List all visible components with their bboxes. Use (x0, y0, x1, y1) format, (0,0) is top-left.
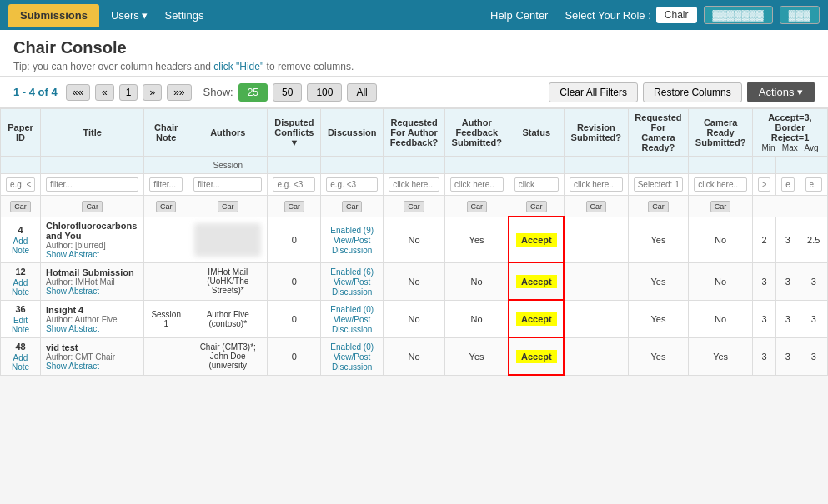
status-badge-12: Accept (516, 275, 557, 288)
col-author-feedback-submitted[interactable]: AuthorFeedbackSubmitted? (444, 109, 509, 157)
subh-camera-submitted (689, 157, 753, 174)
filter-avg[interactable] (805, 177, 822, 192)
show-25-button[interactable]: 25 (238, 83, 268, 102)
discussion-link-12[interactable]: Enabled (6)View/Post Discussion (330, 267, 374, 297)
add-note-12[interactable]: Add Note (6, 278, 35, 297)
restore-columns-button[interactable]: Restore Columns (643, 82, 742, 102)
cell-note-48 (144, 337, 188, 375)
col-title[interactable]: Title (41, 109, 144, 157)
help-center-link[interactable]: Help Center (490, 9, 548, 22)
car-btn-note[interactable]: Car (156, 201, 177, 212)
filter-revision[interactable] (570, 177, 623, 192)
subh-author-submitted (444, 157, 509, 174)
filter-chair-note[interactable] (149, 177, 183, 192)
users-nav-link[interactable]: Users ▾ (103, 4, 157, 27)
show-abstract-4[interactable]: Show Abstract (46, 250, 138, 259)
cell-revision-4 (564, 217, 628, 262)
cell-min-36: 3 (752, 300, 775, 337)
col-paper-id[interactable]: PaperID (1, 109, 41, 157)
car-btn-title[interactable]: Car (82, 201, 103, 212)
clear-filters-button[interactable]: Clear All Filters (549, 82, 638, 102)
filter-status[interactable] (514, 177, 559, 192)
filter-min[interactable] (758, 177, 770, 192)
col-discussion[interactable]: Discussion (321, 109, 384, 157)
cell-discussion-48: Enabled (0)View/Post Discussion (321, 337, 384, 375)
discussion-link-48[interactable]: Enabled (0)View/Post Discussion (330, 342, 374, 372)
role-button[interactable]: Chair (656, 7, 697, 23)
show-abstract-12[interactable]: Show Abstract (46, 287, 138, 296)
filter-discussion[interactable] (326, 177, 378, 192)
car-btn-authors[interactable]: Car (218, 201, 238, 212)
authors-blur-4 (194, 223, 261, 257)
hide-link[interactable]: click "Hide" (213, 61, 263, 72)
col-req-author-feedback[interactable]: RequestedFor AuthorFeedback? (384, 109, 445, 157)
car-btn-discussion[interactable]: Car (342, 201, 363, 212)
show-label: Show: (203, 86, 233, 98)
car-btn-author-sub[interactable]: Car (467, 201, 488, 212)
cell-author-sub-4: Yes (444, 217, 509, 262)
pagination-last[interactable]: »» (167, 84, 191, 101)
filter-max[interactable] (781, 177, 794, 192)
cell-req-camera-48: Yes (628, 337, 689, 375)
edit-note-36[interactable]: Edit Note (6, 316, 35, 334)
cell-disputed-4: 0 (268, 217, 321, 262)
role-section: Select Your Role : Chair (565, 7, 696, 23)
show-100-button[interactable]: 100 (307, 83, 342, 102)
col-status[interactable]: Status (509, 109, 564, 157)
show-abstract-36[interactable]: Show Abstract (46, 324, 138, 333)
cell-max-4: 3 (776, 217, 800, 262)
car-btn-revision[interactable]: Car (586, 201, 607, 212)
cell-req-camera-12: Yes (628, 262, 689, 300)
user-avatar-button[interactable]: ▓▓▓ (780, 6, 820, 24)
subh-authors: Session (188, 157, 268, 174)
car-btn-req-camera[interactable]: Car (648, 201, 669, 212)
cell-req-author-48: No (384, 337, 445, 375)
filter-disputed[interactable] (273, 177, 315, 192)
col-disputed-conflicts[interactable]: DisputedConflicts▼ (268, 109, 321, 157)
cell-revision-36 (564, 300, 628, 337)
pagination-first[interactable]: «« (66, 84, 90, 101)
filter-req-author[interactable] (389, 177, 439, 192)
filter-author-submitted[interactable] (450, 177, 504, 192)
car-btn-req-author[interactable]: Car (404, 201, 424, 212)
subh-revision (564, 157, 628, 174)
pagination-page[interactable]: 1 (119, 84, 138, 101)
filter-paper-id[interactable] (6, 177, 35, 192)
col-chair-note[interactable]: ChairNote (144, 109, 188, 157)
cell-status-12: Accept (509, 262, 564, 300)
actions-button[interactable]: Actions ▾ (747, 82, 815, 102)
car-btn-disputed[interactable]: Car (284, 201, 305, 212)
add-note-4[interactable]: Add Note (6, 237, 35, 255)
discussion-link-36[interactable]: Enabled (0)View/Post Discussion (330, 305, 374, 334)
pagination-prev[interactable]: « (95, 84, 114, 101)
filter-camera-submitted[interactable] (694, 177, 747, 192)
col-revision-submitted[interactable]: RevisionSubmitted? (564, 109, 628, 157)
cell-author-sub-36: No (444, 300, 509, 337)
show-50-button[interactable]: 50 (273, 83, 302, 102)
cell-avg-48: 3 (800, 337, 827, 375)
discussion-link-4[interactable]: Enabled (9)View/Post Discussion (330, 226, 374, 255)
col-authors[interactable]: Authors (188, 109, 268, 157)
car-btn-status[interactable]: Car (526, 201, 547, 212)
show-abstract-48[interactable]: Show Abstract (46, 362, 138, 371)
show-all-button[interactable]: All (347, 83, 376, 102)
filter-authors[interactable] (193, 177, 262, 192)
add-note-48[interactable]: Add Note (6, 353, 35, 372)
cell-discussion-12: Enabled (6)View/Post Discussion (321, 262, 384, 300)
user-button[interactable]: ▓▓▓▓▓▓▓ (704, 6, 773, 24)
car-btn-camera-sub[interactable]: Car (710, 201, 731, 212)
filter-title[interactable] (46, 177, 138, 192)
role-label: Select Your Role : (565, 9, 650, 22)
col-camera-ready-submitted[interactable]: CameraReadySubmitted? (689, 109, 753, 157)
submissions-tab[interactable]: Submissions (8, 4, 99, 27)
toolbar: 1 - 4 of 4 «« « 1 » »» Show: 25 50 100 A… (0, 77, 828, 108)
cell-paper-id-36: 36 Edit Note (1, 300, 41, 337)
col-scores[interactable]: Accept=3, BorderReject=1 Min Max Avg (752, 109, 827, 157)
car-btn-id[interactable]: Car (10, 201, 31, 212)
cell-avg-36: 3 (800, 300, 827, 337)
col-req-camera-ready[interactable]: RequestedFor CameraReady? (628, 109, 689, 157)
filter-req-camera[interactable] (634, 177, 684, 192)
pagination-next[interactable]: » (143, 84, 162, 101)
settings-nav-link[interactable]: Settings (156, 4, 212, 27)
table-row: 48 Add Note vid test Author: CMT Chair S… (1, 337, 828, 375)
